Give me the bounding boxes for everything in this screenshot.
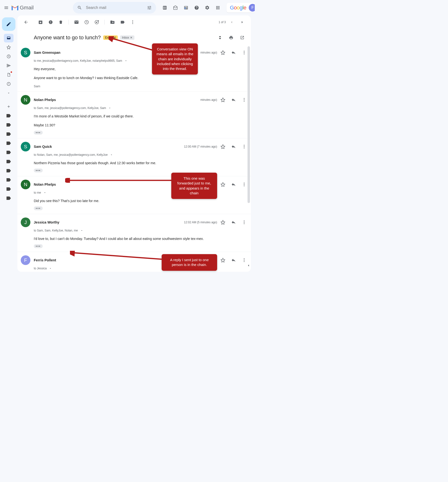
reply-button[interactable] xyxy=(229,255,238,265)
labels-button[interactable] xyxy=(118,17,127,27)
star-button[interactable] xyxy=(218,180,228,189)
show-trimmed-button[interactable]: ••• xyxy=(34,206,43,210)
category-1[interactable] xyxy=(5,112,13,120)
category-2[interactable] xyxy=(5,121,13,129)
delete-button[interactable] xyxy=(56,17,66,27)
reply-button[interactable] xyxy=(229,48,238,57)
news-icon-button[interactable] xyxy=(181,3,191,13)
settings-button[interactable] xyxy=(202,3,212,13)
main-menu-button[interactable] xyxy=(4,3,9,13)
expand-recipients-icon[interactable] xyxy=(48,265,53,271)
recipients[interactable]: to Nolan, Sam, me, jessica@pollentagency… xyxy=(34,152,249,158)
search-bar[interactable] xyxy=(73,2,156,14)
folder-move-icon xyxy=(110,20,115,24)
expand-recipients-icon[interactable] xyxy=(42,190,48,196)
category-3[interactable] xyxy=(5,130,13,138)
signature[interactable]: Sam xyxy=(34,84,249,88)
print-button[interactable] xyxy=(226,33,236,42)
star-button[interactable] xyxy=(218,142,228,151)
drafts-nav[interactable] xyxy=(5,71,13,79)
scrollbar[interactable] xyxy=(248,46,250,203)
star-button[interactable] xyxy=(218,48,228,57)
timestamp: 12:00 AM (7 minutes ago) xyxy=(184,145,217,148)
star-button[interactable] xyxy=(218,255,228,265)
snoozed-nav[interactable] xyxy=(5,53,13,60)
next-button[interactable] xyxy=(237,17,247,27)
category-10[interactable] xyxy=(5,194,13,202)
sheets-icon-button[interactable] xyxy=(160,3,170,13)
snooze-button[interactable] xyxy=(82,17,91,27)
sender-avatar[interactable]: N xyxy=(21,180,30,189)
reply-button[interactable] xyxy=(229,180,238,189)
sent-nav[interactable] xyxy=(5,62,13,70)
expand-recipients-icon[interactable] xyxy=(107,105,113,111)
starred-nav[interactable] xyxy=(5,43,13,51)
google-account-box[interactable]: Google F xyxy=(226,3,255,13)
archive-button[interactable] xyxy=(36,17,45,27)
apps-button[interactable] xyxy=(213,3,223,13)
show-trimmed-button[interactable]: ••• xyxy=(34,244,43,248)
sender-name[interactable]: Jessica Worthy xyxy=(34,220,59,224)
reply-button[interactable] xyxy=(229,217,238,227)
category-8[interactable] xyxy=(5,176,13,184)
sender-name[interactable]: Sam Quick xyxy=(34,145,52,149)
archive-icon xyxy=(38,20,43,24)
recipients[interactable]: to me, jessica@pollentagency.com, KellyJ… xyxy=(34,58,249,64)
subject-text: Anyone want to go to lunch? xyxy=(34,34,101,41)
profile-avatar[interactable]: F xyxy=(249,4,255,12)
collapse-all-button[interactable] xyxy=(215,33,225,42)
category-6[interactable] xyxy=(5,158,13,166)
back-button[interactable] xyxy=(21,17,31,27)
compose-button[interactable] xyxy=(2,17,16,31)
category-4[interactable] xyxy=(5,139,13,147)
add-label-button[interactable] xyxy=(5,103,13,111)
label-icon xyxy=(7,197,11,200)
category-5[interactable] xyxy=(5,149,13,156)
sender-name[interactable]: Sam Greenspan xyxy=(34,51,60,55)
star-button[interactable] xyxy=(218,217,228,227)
sender-avatar[interactable]: J xyxy=(21,217,30,227)
expand-recipients-icon[interactable] xyxy=(109,152,114,158)
sender-avatar[interactable]: F xyxy=(21,255,30,265)
message-body: Anyone want to go to lunch on Monday? I … xyxy=(34,75,249,80)
mail-icon-button[interactable] xyxy=(171,3,180,13)
help-button[interactable] xyxy=(192,3,201,13)
recipients[interactable]: to Sam, me, jessica@pollentagency.com, K… xyxy=(34,105,249,111)
show-trimmed-button[interactable]: ••• xyxy=(34,131,43,134)
more-nav[interactable] xyxy=(5,89,13,97)
popout-button[interactable] xyxy=(237,33,247,42)
reply-button[interactable] xyxy=(229,142,238,151)
inbox-nav[interactable] xyxy=(5,34,13,42)
search-button[interactable] xyxy=(75,3,84,13)
gmail-logo[interactable]: Gmail xyxy=(11,5,49,11)
add-task-button[interactable] xyxy=(92,17,102,27)
sender-name[interactable]: Nolan Phelps xyxy=(34,182,56,186)
reply-button[interactable] xyxy=(229,95,238,105)
sender-avatar[interactable]: N xyxy=(21,95,30,105)
search-options-button[interactable] xyxy=(144,3,154,13)
expand-recipients-icon[interactable] xyxy=(79,228,85,233)
side-panel-toggle[interactable] xyxy=(244,261,253,270)
search-input[interactable] xyxy=(84,6,144,10)
message-list[interactable]: Anyone want to go to lunch? External Inb… xyxy=(17,29,251,272)
spam-icon xyxy=(7,82,11,86)
recipients[interactable]: to Sam, Sam, KellyJoe, Nolan, me xyxy=(34,228,249,233)
show-trimmed-button[interactable]: ••• xyxy=(34,169,43,172)
sender-name[interactable]: Ferris Pollent xyxy=(34,258,56,262)
category-7[interactable] xyxy=(5,167,13,174)
report-spam-button[interactable] xyxy=(46,17,56,27)
mark-unread-button[interactable] xyxy=(72,17,81,27)
expand-recipients-icon[interactable] xyxy=(123,58,129,64)
sender-name[interactable]: Nolan Phelps xyxy=(34,98,56,102)
move-to-button[interactable] xyxy=(108,17,117,27)
sender-avatar[interactable]: S xyxy=(21,142,30,151)
sender-avatar[interactable]: S xyxy=(21,48,30,57)
spam-nav[interactable] xyxy=(5,80,13,88)
category-9[interactable] xyxy=(5,185,13,193)
svg-rect-6 xyxy=(7,38,10,39)
message-more-button[interactable] xyxy=(239,217,249,227)
svg-point-19 xyxy=(244,99,244,100)
more-actions-button[interactable] xyxy=(128,17,137,27)
prev-button[interactable] xyxy=(227,17,236,27)
star-button[interactable] xyxy=(218,95,228,105)
